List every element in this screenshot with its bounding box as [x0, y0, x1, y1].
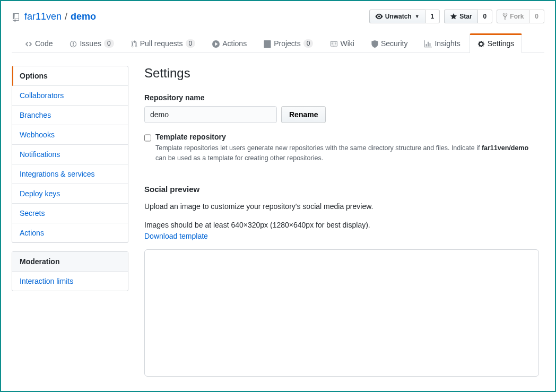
play-circle-icon: [212, 39, 220, 48]
sidebar-item-webhooks[interactable]: Webhooks: [12, 125, 128, 145]
pulls-count: 0: [186, 39, 196, 48]
sidebar-item-collaborators[interactable]: Collaborators: [12, 86, 128, 106]
tab-settings[interactable]: Settings: [470, 33, 523, 53]
fork-icon: [502, 13, 508, 20]
eye-icon: [375, 13, 383, 20]
owner-link[interactable]: far11ven: [24, 11, 62, 22]
tab-code[interactable]: Code: [17, 33, 60, 53]
sidebar-item-integrations[interactable]: Integrations & services: [12, 164, 128, 184]
settings-nav: Options Collaborators Branches Webhooks …: [12, 66, 128, 243]
code-icon: [25, 39, 32, 48]
path-separator: /: [65, 11, 67, 22]
social-preview-size: Images should be at least 640×320px (128…: [144, 220, 539, 242]
repo-tabs: Code Issues 0 Pull requests 0 Actions Pr…: [12, 33, 544, 53]
rename-button[interactable]: Rename: [281, 106, 326, 123]
tab-security[interactable]: Security: [363, 33, 416, 53]
sidebar-item-secrets[interactable]: Secrets: [12, 204, 128, 223]
repo-name-label: Repository name: [144, 93, 539, 102]
chevron-down-icon: ▼: [415, 14, 420, 19]
shield-icon: [371, 39, 378, 48]
social-preview-dropzone[interactable]: [144, 249, 539, 377]
projects-count: 0: [303, 39, 314, 48]
sidebar-item-notifications[interactable]: Notifications: [12, 145, 128, 164]
issues-count: 0: [104, 39, 114, 48]
repo-title: far11ven / demo: [12, 11, 96, 22]
unwatch-button[interactable]: Unwatch ▼: [369, 10, 425, 23]
social-preview-desc: Upload an image to customize your reposi…: [144, 201, 539, 212]
tab-issues[interactable]: Issues 0: [62, 33, 121, 53]
sidebar-item-deploy-keys[interactable]: Deploy keys: [12, 184, 128, 204]
download-template-link[interactable]: Download template: [144, 232, 208, 240]
sidebar-item-interaction-limits[interactable]: Interaction limits: [12, 272, 128, 291]
star-count[interactable]: 0: [478, 10, 493, 23]
repo-name-link[interactable]: demo: [71, 11, 96, 22]
tab-insights[interactable]: Insights: [416, 33, 468, 53]
sidebar-item-actions[interactable]: Actions: [12, 223, 128, 242]
tab-wiki[interactable]: Wiki: [322, 33, 362, 53]
star-button[interactable]: Star: [444, 10, 477, 23]
moderation-nav: Moderation Interaction limits: [12, 251, 128, 291]
social-preview-heading: Social preview: [144, 185, 539, 194]
tab-pull-requests[interactable]: Pull requests 0: [123, 33, 204, 53]
moderation-heading: Moderation: [12, 252, 128, 272]
repo-name-input[interactable]: [144, 106, 277, 123]
page-title: Settings: [144, 66, 539, 81]
sidebar-item-branches[interactable]: Branches: [12, 106, 128, 125]
template-checkbox[interactable]: [144, 134, 151, 142]
book-icon: [330, 39, 337, 48]
tab-actions[interactable]: Actions: [204, 33, 255, 53]
star-icon: [450, 13, 457, 20]
sidebar-item-options[interactable]: Options: [12, 66, 128, 86]
fork-button: Fork: [497, 10, 529, 23]
issue-icon: [70, 39, 77, 48]
project-icon: [264, 39, 271, 48]
watch-count[interactable]: 1: [425, 10, 440, 23]
repo-icon: [12, 11, 20, 22]
tab-projects[interactable]: Projects 0: [256, 33, 321, 53]
graph-icon: [424, 39, 432, 48]
template-help: Template repositories let users generate…: [155, 143, 539, 163]
template-label: Template repository: [155, 133, 539, 141]
pr-icon: [131, 39, 137, 48]
gear-icon: [477, 39, 485, 48]
fork-count: 0: [529, 10, 544, 23]
